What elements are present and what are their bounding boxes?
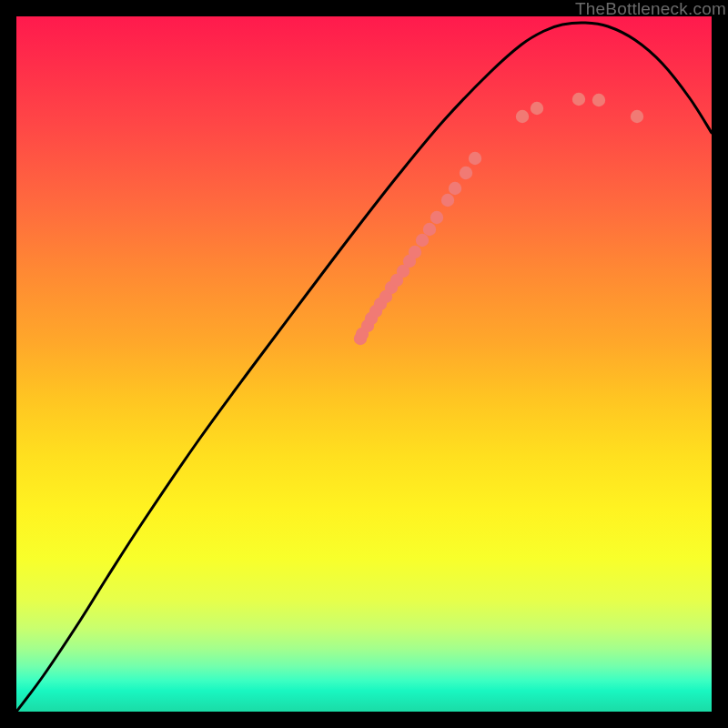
curve-path [16,23,712,712]
data-point [430,211,443,224]
data-point [516,110,529,123]
data-point [572,93,585,106]
marker-points [354,93,643,345]
data-point [460,167,472,179]
data-point [449,182,461,195]
bottleneck-curve [16,23,712,712]
data-point [441,194,454,207]
data-point [531,102,543,115]
data-point [592,94,605,106]
chart-svg [16,16,712,712]
plot-frame [13,13,715,715]
data-point [469,152,481,165]
data-point [416,234,429,247]
plot-area [16,16,712,712]
data-point [409,246,421,258]
data-point [631,110,643,123]
watermark-label: TheBottleneck.com [575,0,726,19]
data-point [423,223,436,236]
